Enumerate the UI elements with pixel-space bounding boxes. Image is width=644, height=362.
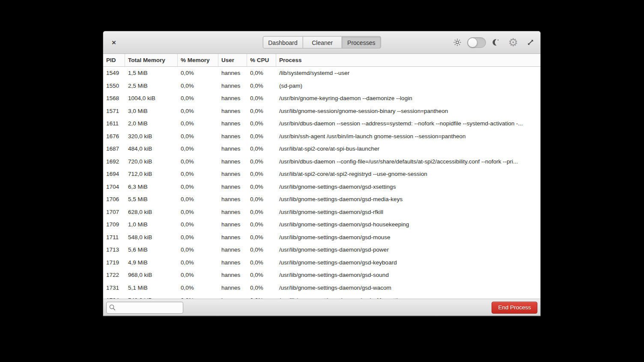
cell-pid: 1611 — [103, 120, 125, 127]
cell-user: hannes — [218, 272, 247, 278]
header-total-memory[interactable]: Total Memory — [125, 54, 178, 66]
cell-pid: 1731 — [103, 285, 125, 291]
cell-pct-memory: 0,0% — [178, 108, 218, 114]
cell-pid: 1694 — [103, 171, 125, 177]
tab-processes[interactable]: Processes — [342, 37, 381, 48]
cell-total-memory: 2,0 MiB — [125, 120, 178, 127]
process-row[interactable]: 1550 2,5 MiB 0,0% hannes 0,0% (sd-pam) — [103, 80, 540, 92]
header-pct-cpu[interactable]: % CPU — [247, 54, 276, 66]
cell-pct-cpu: 0,0% — [247, 70, 276, 76]
cell-pct-cpu: 0,0% — [247, 95, 276, 101]
cell-pid: 1571 — [103, 108, 125, 114]
cell-pct-memory: 0,0% — [178, 83, 218, 89]
cell-pid: 1711 — [103, 234, 125, 240]
process-table-body: 1549 1,5 MiB 0,0% hannes 0,0% /lib/syste… — [103, 67, 540, 299]
cell-pct-memory: 0,0% — [178, 158, 218, 165]
process-row[interactable]: 1692 720,0 kiB 0,0% hannes 0,0% /usr/bin… — [103, 155, 540, 168]
monitor-app-window: × Dashboard Cleaner Processes — [103, 31, 541, 317]
cell-user: hannes — [218, 145, 247, 152]
cell-process: /lib/systemd/systemd --user — [276, 70, 540, 76]
cell-process: /usr/bin/gnome-keyring-daemon --daemoniz… — [276, 95, 540, 101]
close-icon[interactable]: × — [110, 38, 118, 47]
process-row[interactable]: 1694 712,0 kiB 0,0% hannes 0,0% /usr/lib… — [103, 168, 540, 181]
cell-pct-cpu: 0,0% — [247, 120, 276, 127]
cell-pct-memory: 0,0% — [178, 171, 218, 177]
cell-process: /usr/bin/dbus-daemon --config-file=/usr/… — [276, 158, 540, 165]
process-row[interactable]: 1722 968,0 kiB 0,0% hannes 0,0% /usr/lib… — [103, 269, 540, 282]
tab-cleaner[interactable]: Cleaner — [303, 37, 342, 48]
cell-process: /usr/lib/gnome-settings-daemon/gsd-rfkil… — [276, 209, 540, 215]
cell-user: hannes — [218, 221, 247, 228]
tab-dashboard[interactable]: Dashboard — [263, 37, 303, 48]
footer-bar: End Process — [103, 299, 540, 316]
cell-process: /usr/lib/at-spi2-core/at-spi-bus-launche… — [276, 145, 540, 152]
cell-pid: 1550 — [103, 83, 125, 89]
process-row[interactable]: 1571 3,0 MiB 0,0% hannes 0,0% /usr/lib/g… — [103, 105, 540, 118]
process-row[interactable]: 1713 5,6 MiB 0,0% hannes 0,0% /usr/lib/g… — [103, 243, 540, 256]
process-row[interactable]: 1568 1004,0 kiB 0,0% hannes 0,0% /usr/bi… — [103, 92, 540, 105]
cell-user: hannes — [218, 83, 247, 89]
end-process-button[interactable]: End Process — [492, 302, 537, 314]
search-input[interactable] — [106, 302, 183, 314]
cell-pid: 1707 — [103, 209, 125, 215]
cell-pct-cpu: 0,0% — [247, 83, 276, 89]
view-switcher: Dashboard Cleaner Processes — [262, 36, 381, 49]
cell-pct-memory: 0,0% — [178, 221, 218, 228]
fullscreen-expand-icon[interactable] — [527, 39, 534, 46]
process-row[interactable]: 1704 6,3 MiB 0,0% hannes 0,0% /usr/lib/g… — [103, 181, 540, 193]
cell-pct-cpu: 0,0% — [247, 246, 276, 253]
search-field-wrap — [106, 302, 183, 314]
cell-user: hannes — [218, 285, 247, 291]
process-row[interactable]: 1731 5,1 MiB 0,0% hannes 0,0% /usr/lib/g… — [103, 282, 540, 294]
cell-pct-cpu: 0,0% — [247, 285, 276, 291]
cell-pid: 1719 — [103, 259, 125, 266]
process-row[interactable]: 1676 320,0 kiB 0,0% hannes 0,0% /usr/bin… — [103, 130, 540, 143]
process-row[interactable]: 1687 484,0 kiB 0,0% hannes 0,0% /usr/lib… — [103, 142, 540, 155]
header-pid[interactable]: PID — [103, 54, 125, 66]
cell-pct-cpu: 0,0% — [247, 196, 276, 202]
cell-pid: 1549 — [103, 70, 125, 76]
cell-process: /usr/lib/at-spi2-core/at-spi2-registryd … — [276, 171, 540, 177]
process-table-header: PID Total Memory % Memory User % CPU Pro… — [103, 54, 540, 67]
cell-pct-memory: 0,0% — [178, 196, 218, 202]
cell-pct-memory: 0,0% — [178, 285, 218, 291]
process-row[interactable]: 1711 548,0 kiB 0,0% hannes 0,0% /usr/lib… — [103, 231, 540, 244]
cell-user: hannes — [218, 108, 247, 114]
process-row[interactable]: 1549 1,5 MiB 0,0% hannes 0,0% /lib/syste… — [103, 67, 540, 80]
theme-toggle-knob[interactable] — [468, 38, 477, 47]
cell-total-memory: 2,5 MiB — [125, 83, 178, 89]
cell-total-memory: 1,5 MiB — [125, 70, 178, 76]
cell-process: /usr/lib/gnome-settings-daemon/gsd-keybo… — [276, 259, 540, 266]
cell-pct-cpu: 0,0% — [247, 259, 276, 266]
cell-pct-memory: 0,0% — [178, 246, 218, 253]
cell-total-memory: 1,0 MiB — [125, 221, 178, 228]
header-user[interactable]: User — [218, 54, 247, 66]
cell-pct-memory: 0,0% — [178, 95, 218, 101]
cell-pct-cpu: 0,0% — [247, 184, 276, 190]
cell-process: /usr/lib/gnome-settings-daemon/gsd-xsett… — [276, 184, 540, 190]
cell-user: hannes — [218, 133, 247, 139]
process-row[interactable]: 1719 4,9 MiB 0,0% hannes 0,0% /usr/lib/g… — [103, 256, 540, 269]
cell-process: /usr/lib/gnome-settings-daemon/gsd-house… — [276, 221, 540, 228]
cell-total-memory: 5,1 MiB — [125, 285, 178, 291]
cell-user: hannes — [218, 234, 247, 240]
process-row[interactable]: 1707 628,0 kiB 0,0% hannes 0,0% /usr/lib… — [103, 206, 540, 219]
cell-total-memory: 968,0 kiB — [125, 272, 178, 278]
process-row[interactable]: 1734 548,0 kiB 0,0% hannes 0,0% /usr/lib… — [103, 294, 540, 299]
settings-gear-icon[interactable]: ⚙ — [508, 37, 518, 48]
cell-pct-memory: 0,0% — [178, 145, 218, 152]
cell-total-memory: 5,5 MiB — [125, 196, 178, 202]
process-row[interactable]: 1709 1,0 MiB 0,0% hannes 0,0% /usr/lib/g… — [103, 218, 540, 231]
process-row[interactable]: 1611 2,0 MiB 0,0% hannes 0,0% /usr/bin/d… — [103, 117, 540, 130]
moon-icon — [492, 39, 500, 46]
theme-toggle[interactable] — [467, 37, 486, 48]
cell-pid: 1709 — [103, 221, 125, 228]
header-process[interactable]: Process — [276, 54, 540, 66]
process-row[interactable]: 1706 5,5 MiB 0,0% hannes 0,0% /usr/lib/g… — [103, 193, 540, 206]
cell-pid: 1722 — [103, 272, 125, 278]
cell-user: hannes — [218, 70, 247, 76]
cell-pct-cpu: 0,0% — [247, 171, 276, 177]
cell-total-memory: 3,0 MiB — [125, 108, 178, 114]
header-pct-memory[interactable]: % Memory — [178, 54, 218, 66]
cell-total-memory: 484,0 kiB — [125, 145, 178, 152]
